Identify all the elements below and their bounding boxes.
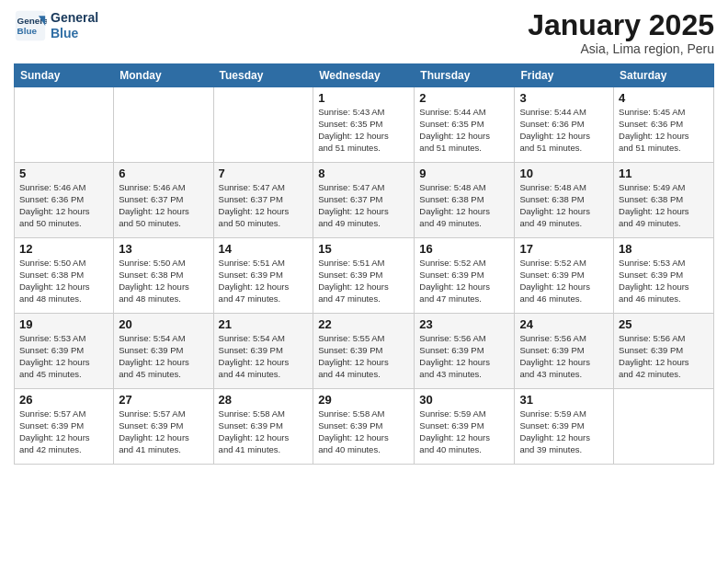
- calendar-cell: 25Sunrise: 5:56 AM Sunset: 6:39 PM Dayli…: [614, 314, 714, 389]
- day-number: 27: [119, 393, 208, 407]
- day-number: 14: [219, 242, 309, 256]
- day-number: 30: [419, 393, 509, 407]
- calendar-cell: [213, 87, 313, 163]
- day-info: Sunrise: 5:47 AM Sunset: 6:37 PM Dayligh…: [219, 182, 309, 229]
- col-tuesday: Tuesday: [213, 64, 313, 87]
- calendar-cell: 12Sunrise: 5:50 AM Sunset: 6:38 PM Dayli…: [15, 238, 114, 314]
- day-info: Sunrise: 5:59 AM Sunset: 6:39 PM Dayligh…: [419, 408, 509, 455]
- day-info: Sunrise: 5:59 AM Sunset: 6:39 PM Dayligh…: [519, 408, 609, 455]
- week-row-3: 12Sunrise: 5:50 AM Sunset: 6:38 PM Dayli…: [15, 238, 714, 314]
- calendar-cell: 7Sunrise: 5:47 AM Sunset: 6:37 PM Daylig…: [213, 163, 313, 238]
- day-info: Sunrise: 5:51 AM Sunset: 6:39 PM Dayligh…: [318, 258, 409, 304]
- calendar-cell: 18Sunrise: 5:53 AM Sunset: 6:39 PM Dayli…: [614, 238, 714, 314]
- day-info: Sunrise: 5:50 AM Sunset: 6:38 PM Dayligh…: [119, 258, 208, 304]
- calendar-cell: 10Sunrise: 5:48 AM Sunset: 6:38 PM Dayli…: [515, 163, 614, 238]
- day-number: 16: [419, 242, 509, 256]
- week-row-1: 1Sunrise: 5:43 AM Sunset: 6:35 PM Daylig…: [15, 87, 714, 163]
- day-info: Sunrise: 5:43 AM Sunset: 6:35 PM Dayligh…: [318, 107, 409, 154]
- day-number: 13: [119, 242, 208, 256]
- calendar-cell: 16Sunrise: 5:52 AM Sunset: 6:39 PM Dayli…: [415, 238, 515, 314]
- day-info: Sunrise: 5:52 AM Sunset: 6:39 PM Dayligh…: [419, 258, 509, 304]
- header: General Blue General Blue January 2025 A…: [14, 9, 714, 56]
- day-number: 19: [19, 317, 108, 331]
- week-row-2: 5Sunrise: 5:46 AM Sunset: 6:36 PM Daylig…: [15, 163, 714, 238]
- header-row: Sunday Monday Tuesday Wednesday Thursday…: [15, 64, 714, 87]
- calendar-cell: 8Sunrise: 5:47 AM Sunset: 6:37 PM Daylig…: [313, 163, 415, 238]
- day-info: Sunrise: 5:58 AM Sunset: 6:39 PM Dayligh…: [318, 408, 409, 455]
- week-row-4: 19Sunrise: 5:53 AM Sunset: 6:39 PM Dayli…: [15, 314, 714, 389]
- day-number: 10: [519, 167, 609, 180]
- day-number: 23: [419, 317, 509, 331]
- day-number: 3: [519, 91, 609, 105]
- day-number: 1: [318, 91, 409, 105]
- page-container: General Blue General Blue January 2025 A…: [0, 0, 728, 474]
- day-info: Sunrise: 5:58 AM Sunset: 6:39 PM Dayligh…: [219, 408, 309, 455]
- day-number: 8: [318, 167, 409, 180]
- calendar-cell: 24Sunrise: 5:56 AM Sunset: 6:39 PM Dayli…: [515, 314, 614, 389]
- calendar-cell: 6Sunrise: 5:46 AM Sunset: 6:37 PM Daylig…: [114, 163, 213, 238]
- day-info: Sunrise: 5:47 AM Sunset: 6:37 PM Dayligh…: [318, 182, 409, 229]
- logo-text: General Blue: [51, 10, 98, 41]
- calendar-cell: 26Sunrise: 5:57 AM Sunset: 6:39 PM Dayli…: [15, 389, 114, 465]
- day-info: Sunrise: 5:46 AM Sunset: 6:37 PM Dayligh…: [119, 182, 208, 229]
- col-friday: Friday: [515, 64, 614, 87]
- col-wednesday: Wednesday: [313, 64, 415, 87]
- day-info: Sunrise: 5:49 AM Sunset: 6:38 PM Dayligh…: [619, 182, 709, 229]
- day-number: 6: [119, 167, 208, 180]
- calendar-cell: 29Sunrise: 5:58 AM Sunset: 6:39 PM Dayli…: [313, 389, 415, 465]
- day-info: Sunrise: 5:54 AM Sunset: 6:39 PM Dayligh…: [219, 333, 309, 380]
- day-info: Sunrise: 5:46 AM Sunset: 6:36 PM Dayligh…: [19, 182, 108, 229]
- svg-text:Blue: Blue: [17, 26, 38, 36]
- calendar-cell: 22Sunrise: 5:55 AM Sunset: 6:39 PM Dayli…: [313, 314, 415, 389]
- calendar-cell: 19Sunrise: 5:53 AM Sunset: 6:39 PM Dayli…: [15, 314, 114, 389]
- calendar-title: January 2025: [528, 9, 714, 41]
- day-number: 20: [119, 317, 208, 331]
- calendar-cell: 28Sunrise: 5:58 AM Sunset: 6:39 PM Dayli…: [213, 389, 313, 465]
- calendar-cell: 9Sunrise: 5:48 AM Sunset: 6:38 PM Daylig…: [415, 163, 515, 238]
- day-info: Sunrise: 5:44 AM Sunset: 6:35 PM Dayligh…: [419, 107, 509, 154]
- day-number: 7: [219, 167, 309, 180]
- day-number: 18: [619, 242, 709, 256]
- day-info: Sunrise: 5:56 AM Sunset: 6:39 PM Dayligh…: [619, 333, 709, 380]
- day-info: Sunrise: 5:57 AM Sunset: 6:39 PM Dayligh…: [119, 408, 208, 455]
- calendar-cell: 27Sunrise: 5:57 AM Sunset: 6:39 PM Dayli…: [114, 389, 213, 465]
- calendar-cell: 23Sunrise: 5:56 AM Sunset: 6:39 PM Dayli…: [415, 314, 515, 389]
- week-row-5: 26Sunrise: 5:57 AM Sunset: 6:39 PM Dayli…: [15, 389, 714, 465]
- day-info: Sunrise: 5:48 AM Sunset: 6:38 PM Dayligh…: [419, 182, 509, 229]
- calendar-cell: 1Sunrise: 5:43 AM Sunset: 6:35 PM Daylig…: [313, 87, 415, 163]
- day-number: 31: [519, 393, 609, 407]
- col-sunday: Sunday: [15, 64, 114, 87]
- calendar-cell: 2Sunrise: 5:44 AM Sunset: 6:35 PM Daylig…: [415, 87, 515, 163]
- day-number: 17: [519, 242, 609, 256]
- day-info: Sunrise: 5:53 AM Sunset: 6:39 PM Dayligh…: [19, 333, 108, 380]
- calendar-cell: 14Sunrise: 5:51 AM Sunset: 6:39 PM Dayli…: [213, 238, 313, 314]
- day-number: 29: [318, 393, 409, 407]
- calendar-cell: 4Sunrise: 5:45 AM Sunset: 6:36 PM Daylig…: [614, 87, 714, 163]
- day-info: Sunrise: 5:44 AM Sunset: 6:36 PM Dayligh…: [519, 107, 609, 154]
- calendar-cell: 17Sunrise: 5:52 AM Sunset: 6:39 PM Dayli…: [515, 238, 614, 314]
- calendar-cell: 21Sunrise: 5:54 AM Sunset: 6:39 PM Dayli…: [213, 314, 313, 389]
- calendar-table: Sunday Monday Tuesday Wednesday Thursday…: [14, 63, 714, 465]
- day-number: 4: [619, 91, 709, 105]
- calendar-cell: 13Sunrise: 5:50 AM Sunset: 6:38 PM Dayli…: [114, 238, 213, 314]
- day-info: Sunrise: 5:56 AM Sunset: 6:39 PM Dayligh…: [519, 333, 609, 380]
- day-info: Sunrise: 5:53 AM Sunset: 6:39 PM Dayligh…: [619, 258, 709, 304]
- day-info: Sunrise: 5:51 AM Sunset: 6:39 PM Dayligh…: [219, 258, 309, 304]
- logo-icon: General Blue: [14, 9, 47, 42]
- calendar-cell: 30Sunrise: 5:59 AM Sunset: 6:39 PM Dayli…: [415, 389, 515, 465]
- day-number: 28: [219, 393, 309, 407]
- calendar-cell: [614, 389, 714, 465]
- col-saturday: Saturday: [614, 64, 714, 87]
- title-block: January 2025 Asia, Lima region, Peru: [528, 9, 714, 56]
- day-number: 26: [19, 393, 108, 407]
- day-number: 2: [419, 91, 509, 105]
- day-number: 24: [519, 317, 609, 331]
- calendar-cell: [15, 87, 114, 163]
- day-number: 22: [318, 317, 409, 331]
- logo: General Blue General Blue: [14, 9, 98, 42]
- calendar-cell: 20Sunrise: 5:54 AM Sunset: 6:39 PM Dayli…: [114, 314, 213, 389]
- day-info: Sunrise: 5:56 AM Sunset: 6:39 PM Dayligh…: [419, 333, 509, 380]
- day-number: 21: [219, 317, 309, 331]
- col-thursday: Thursday: [415, 64, 515, 87]
- day-number: 15: [318, 242, 409, 256]
